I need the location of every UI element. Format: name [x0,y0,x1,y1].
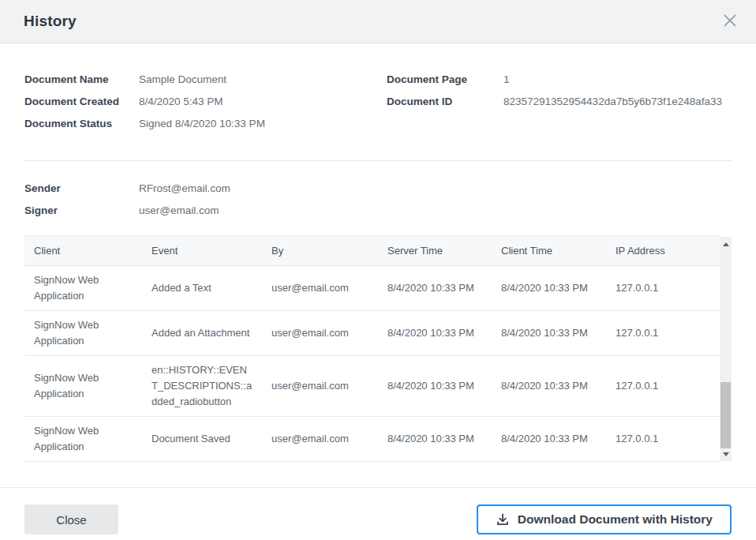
scroll-up-icon [723,242,729,246]
cell-by: user@email.com [262,417,378,462]
document-status-label: Document Status [24,118,139,129]
cell-ip-address: 127.0.0.1 [606,311,720,356]
cell-server-time: 8/4/2020 10:33 PM [378,311,492,356]
document-name-row: Document Name Sample Document [24,73,378,85]
document-id-label: Document ID [387,96,503,107]
document-created-value: 8/4/2020 5:43 PM [139,96,223,107]
document-info-left: Document Name Sample Document Document C… [24,73,378,140]
close-button[interactable] [718,9,742,33]
sender-row: Sender RFrost@email.com [24,182,732,194]
close-modal-button[interactable]: Close [24,504,118,534]
scrollbar-thumb[interactable] [720,382,731,448]
document-info-right: Document Page 1 Document ID 823572913529… [378,73,732,140]
column-header-server-time: Server Time [378,236,492,266]
table-row: SignNow Web Application Added a Text use… [24,266,720,311]
modal-body: Document Name Sample Document Document C… [0,43,756,462]
cell-client: SignNow Web Application [24,417,142,462]
column-header-client-time: Client Time [492,236,606,266]
download-document-button[interactable]: Download Document with History [477,504,732,534]
cell-by: user@email.com [262,266,378,311]
section-divider [24,160,732,161]
column-header-client: Client [24,236,142,266]
scroll-down-button[interactable] [720,449,732,459]
table-row: SignNow Web Application Document Saved u… [24,417,720,462]
document-created-label: Document Created [24,96,139,107]
table-row: SignNow Web Application en::HISTORY::EVE… [24,356,720,417]
modal-footer: Close Download Document with History [0,487,756,540]
cell-by: user@email.com [262,356,378,417]
document-info-section: Document Name Sample Document Document C… [24,73,732,140]
cell-server-time: 8/4/2020 10:33 PM [378,417,492,462]
cell-ip-address: 127.0.0.1 [606,266,720,311]
cell-server-time: 8/4/2020 10:33 PM [378,356,492,417]
cell-client-time: 8/4/2020 10:33 PM [492,311,606,356]
document-created-row: Document Created 8/4/2020 5:43 PM [24,96,378,107]
document-name-value: Sample Document [139,73,226,85]
table-row: SignNow Web Application Added an Attachm… [24,311,720,356]
document-id-value: 82357291352954432da7b5y6b73f1e248afa33 [503,96,722,107]
scroll-down-icon [723,452,729,456]
document-id-row: Document ID 82357291352954432da7b5y6b73f… [387,96,732,107]
document-page-row: Document Page 1 [387,73,732,85]
cell-client: SignNow Web Application [24,356,142,417]
cell-client: SignNow Web Application [24,311,142,356]
download-button-label: Download Document with History [518,512,713,527]
cell-by: user@email.com [262,311,378,356]
column-header-event: Event [142,236,262,266]
history-modal: History Document Name Sample Document Do… [0,0,756,540]
download-icon [496,512,510,527]
page-title: History [24,13,77,30]
scroll-up-button[interactable] [720,239,732,249]
table-header-row: Client Event By Server Time Client Time … [24,236,720,266]
document-status-value: Signed 8/4/2020 10:33 PM [139,118,265,129]
sender-label: Sender [24,182,139,194]
history-table-container: Client Event By Server Time Client Time … [24,235,732,462]
column-header-ip-address: IP Address [606,236,720,266]
column-header-by: By [262,236,378,266]
cell-event: Added an Attachment [142,311,262,356]
cell-event: Added a Text [142,266,262,311]
parties-section: Sender RFrost@email.com Signer user@emai… [24,182,732,216]
cell-client: SignNow Web Application [24,266,142,311]
document-page-value: 1 [503,73,510,85]
document-name-label: Document Name [24,73,139,85]
cell-server-time: 8/4/2020 10:33 PM [378,266,492,311]
document-status-row: Document Status Signed 8/4/2020 10:33 PM [24,118,378,129]
sender-value: RFrost@email.com [139,182,230,194]
cell-event: en::HISTORY::EVENT_DESCRIPTIONS::added_r… [142,356,262,417]
signer-row: Signer user@email.com [24,204,732,216]
cell-client-time: 8/4/2020 10:33 PM [492,417,606,462]
modal-header: History [0,0,756,43]
signer-value: user@email.com [139,204,219,216]
document-page-label: Document Page [387,73,503,85]
table-scrollbar[interactable] [720,237,732,461]
cell-client-time: 8/4/2020 10:33 PM [492,266,606,311]
cell-event: Document Saved [142,417,262,462]
cell-ip-address: 127.0.0.1 [606,356,720,417]
signer-label: Signer [24,204,139,216]
close-icon [721,12,739,32]
history-table: Client Event By Server Time Client Time … [24,235,720,462]
cell-client-time: 8/4/2020 10:33 PM [492,356,606,417]
cell-ip-address: 127.0.0.1 [606,417,720,462]
